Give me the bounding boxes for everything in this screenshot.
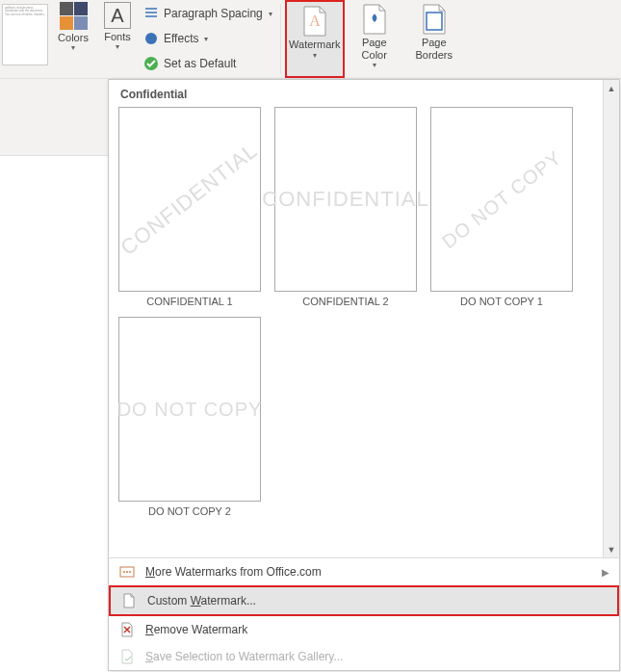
save-gallery-icon	[118, 648, 136, 665]
colors-icon	[60, 2, 88, 30]
watermark-preview-text: CONFIDENTIAL	[116, 138, 264, 260]
formatting-options: Paragraph Spacing ▾ Effects ▾ Set as Def…	[139, 0, 276, 78]
svg-point-7	[129, 571, 131, 573]
scroll-up-icon[interactable]: ▲	[606, 82, 618, 94]
watermark-label: Watermark	[289, 39, 340, 51]
watermark-preview-text: DO NOT COPY	[438, 146, 566, 253]
fonts-label: Fonts	[104, 31, 131, 42]
set-default-icon	[142, 55, 160, 72]
watermark-option-label: CONFIDENTIAL 1	[146, 296, 232, 307]
menu-label: Custom Watermark...	[147, 594, 256, 607]
effects-label: Effects	[164, 32, 198, 45]
scroll-down-icon[interactable]: ▼	[606, 543, 618, 556]
ribbon: galleries include items coordinate with …	[0, 0, 621, 79]
office-icon	[118, 563, 136, 581]
watermark-option-label: DO NOT COPY 1	[460, 296, 543, 307]
page-color-label: Page Color	[362, 37, 387, 61]
colors-label: Colors	[58, 32, 89, 43]
page-color-button[interactable]: Page Color ▾	[345, 0, 404, 78]
page-borders-icon	[419, 4, 450, 35]
menu-label: Remove Watermark	[145, 623, 247, 636]
submenu-arrow-icon: ▶	[602, 567, 609, 578]
watermark-option-confidential-1[interactable]: CONFIDENTIAL CONFIDENTIAL 1	[118, 107, 261, 307]
watermark-option-label: CONFIDENTIAL 2	[302, 296, 388, 307]
watermark-preview-text: DO NOT COPY	[117, 399, 263, 421]
document-background-stub	[0, 79, 108, 156]
effects-button[interactable]: Effects ▾	[142, 27, 272, 50]
page-borders-label: Page Borders	[415, 37, 453, 61]
watermark-option-label: DO NOT COPY 2	[148, 505, 231, 517]
svg-point-5	[123, 571, 125, 573]
watermark-option-confidential-2[interactable]: CONFIDENTIAL CONFIDENTIAL 2	[274, 107, 417, 307]
gallery-section-header: Confidential	[118, 84, 593, 107]
ribbon-separator	[280, 4, 281, 74]
watermark-gallery-dropdown: Confidential CONFIDENTIAL CONFIDENTIAL 1…	[108, 79, 620, 671]
fonts-button[interactable]: A Fonts ▾	[96, 0, 139, 78]
svg-point-6	[126, 571, 128, 573]
fonts-icon: A	[104, 2, 131, 29]
remove-watermark-menu-item[interactable]: Remove Watermark	[109, 616, 619, 643]
save-selection-menu-item: Save Selection to Watermark Gallery...	[109, 643, 619, 670]
gallery-menu: More Watermarks from Office.com ▶ Custom…	[109, 557, 619, 670]
set-default-button[interactable]: Set as Default	[142, 52, 272, 75]
svg-text:A: A	[309, 13, 321, 29]
set-default-label: Set as Default	[164, 57, 236, 70]
watermark-icon: A	[299, 6, 330, 37]
page-color-icon	[359, 4, 390, 35]
remove-icon	[118, 621, 136, 638]
paragraph-spacing-button[interactable]: Paragraph Spacing ▾	[142, 2, 272, 25]
custom-watermark-menu-item[interactable]: Custom Watermark...	[109, 585, 619, 616]
svg-point-0	[145, 33, 157, 44]
page-icon	[120, 592, 138, 609]
paragraph-spacing-label: Paragraph Spacing	[164, 7, 263, 20]
watermark-option-donotcopy-2[interactable]: DO NOT COPY DO NOT COPY 2	[118, 317, 261, 517]
watermark-preview-text: CONFIDENTIAL	[262, 187, 428, 212]
style-gallery-thumb[interactable]: galleries include items coordinate with …	[2, 4, 48, 65]
watermark-option-donotcopy-1[interactable]: DO NOT COPY DO NOT COPY 1	[430, 107, 573, 307]
more-watermarks-menu-item[interactable]: More Watermarks from Office.com ▶	[109, 558, 619, 585]
effects-icon	[142, 30, 160, 47]
gallery-scrollbar[interactable]: ▲ ▼	[603, 80, 619, 557]
colors-button[interactable]: Colors ▾	[50, 0, 96, 78]
paragraph-spacing-icon	[142, 5, 160, 22]
watermark-button[interactable]: A Watermark ▾	[285, 0, 345, 78]
menu-label: More Watermarks from Office.com	[145, 565, 322, 579]
menu-label: Save Selection to Watermark Gallery...	[145, 650, 343, 663]
page-borders-button[interactable]: Page Borders	[404, 0, 464, 78]
